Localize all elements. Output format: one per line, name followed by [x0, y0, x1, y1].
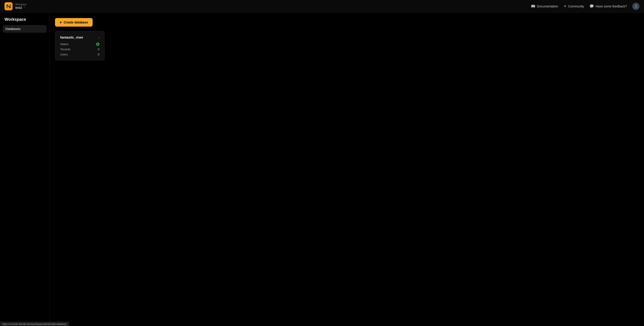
plus-icon: + [60, 20, 62, 24]
sidebar-item-label: Databases [6, 27, 20, 31]
community-label: Community [568, 5, 584, 8]
avatar[interactable]: 👤 [632, 3, 640, 10]
card-arrow-icon: › [98, 36, 99, 39]
workspace-info: Workspace test2 ⌃ [15, 3, 26, 10]
sidebar-item-databases[interactable]: Databases [3, 25, 47, 33]
community-icon: ✦ [564, 4, 566, 8]
status-label: Status [60, 42, 68, 46]
card-header: fantastic_river › [60, 35, 99, 39]
feedback-label: Have some feedback? [596, 5, 627, 8]
topnav-right: 📖 Documentation ✦ Community 💬 Have some … [531, 3, 640, 10]
topnav-left: Workspace test2 ⌃ [4, 2, 26, 10]
status-url: https://console.thenile.dev/workspaces/t… [2, 322, 67, 325]
tenants-label: Tenants [60, 48, 70, 51]
avatar-icon: 👤 [634, 5, 638, 8]
documentation-link[interactable]: 📖 Documentation [531, 4, 558, 8]
database-card[interactable]: fantastic_river › Status Tenants 0 Users… [55, 31, 104, 60]
feedback-link[interactable]: 💬 Have some feedback? [590, 4, 627, 8]
create-database-label: Create database [64, 21, 88, 24]
workspace-label: Workspace [15, 3, 26, 6]
topnav: Workspace test2 ⌃ 📖 Documentation ✦ Comm… [0, 0, 644, 13]
workspace-chevron-icon: ⌃ [24, 6, 26, 9]
status-row: Status [60, 42, 99, 46]
main-layout: Workspace Databases + Create database fa… [0, 13, 644, 326]
community-link[interactable]: ✦ Community [564, 4, 584, 8]
content-area: + Create database fantastic_river › Stat… [50, 13, 644, 326]
status-dot [96, 43, 99, 46]
users-value: 0 [98, 53, 99, 56]
status-dot-inner [97, 44, 98, 45]
documentation-label: Documentation [537, 5, 558, 8]
book-icon: 📖 [531, 4, 536, 8]
create-database-button[interactable]: + Create database [55, 18, 92, 27]
users-label: Users [60, 53, 68, 56]
workspace-selector[interactable]: test2 ⌃ [15, 6, 26, 10]
tenants-row: Tenants 0 [60, 48, 99, 51]
feedback-icon: 💬 [590, 4, 594, 8]
sidebar: Workspace Databases [0, 13, 50, 326]
status-bar: https://console.thenile.dev/workspaces/t… [0, 322, 69, 326]
logo-icon [4, 2, 12, 10]
workspace-name-text: test2 [15, 6, 22, 10]
sidebar-title: Workspace [3, 17, 47, 22]
users-row: Users 0 [60, 53, 99, 56]
tenants-value: 0 [98, 48, 99, 51]
database-name: fantastic_river [60, 35, 83, 39]
